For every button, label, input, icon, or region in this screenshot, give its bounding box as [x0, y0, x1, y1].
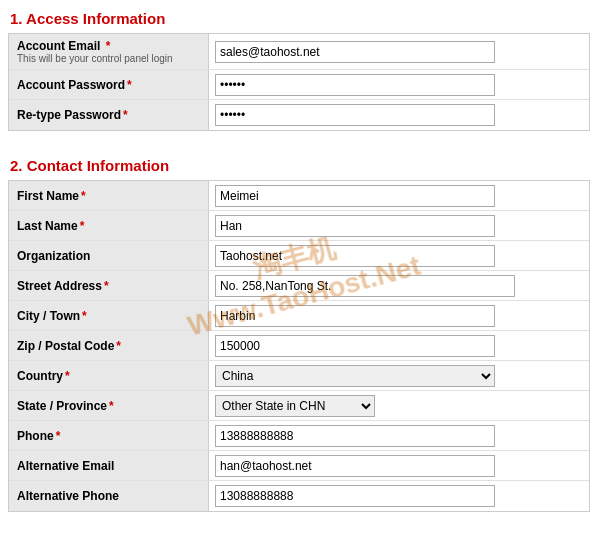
state-label: State / Province * [9, 391, 209, 420]
country-label: Country * [9, 361, 209, 390]
zip-label: Zip / Postal Code * [9, 331, 209, 360]
alt-phone-value [209, 482, 589, 510]
account-password-value [209, 71, 589, 99]
alt-email-input[interactable] [215, 455, 495, 477]
last-name-value [209, 212, 589, 240]
zip-input[interactable] [215, 335, 495, 357]
section2-title: 2. Contact Information [0, 147, 598, 180]
form-row-organization: Organization [9, 241, 589, 271]
form-row-retype-password: Re-type Password * [9, 100, 589, 130]
phone-input[interactable] [215, 425, 495, 447]
city-town-value [209, 302, 589, 330]
organization-input[interactable] [215, 245, 495, 267]
organization-value [209, 242, 589, 270]
first-name-input[interactable] [215, 185, 495, 207]
street-address-input[interactable] [215, 275, 515, 297]
form-row-alt-email: Alternative Email [9, 451, 589, 481]
phone-label: Phone * [9, 421, 209, 450]
account-email-sublabel: This will be your control panel login [17, 53, 173, 64]
account-password-label: Account Password * [9, 70, 209, 99]
form-row-account-email: Account Email * This will be your contro… [9, 34, 589, 70]
form-row-zip: Zip / Postal Code * [9, 331, 589, 361]
state-value: Other State in CHN Beijing Shanghai Guan… [209, 392, 589, 420]
form-row-account-password: Account Password * [9, 70, 589, 100]
form-row-state: State / Province * Other State in CHN Be… [9, 391, 589, 421]
alt-email-label: Alternative Email [9, 451, 209, 480]
retype-password-input[interactable] [215, 104, 495, 126]
city-town-input[interactable] [215, 305, 495, 327]
street-address-value [209, 272, 589, 300]
last-name-input[interactable] [215, 215, 495, 237]
section1-title: 1. Access Information [0, 0, 598, 33]
account-password-input[interactable] [215, 74, 495, 96]
alt-email-value [209, 452, 589, 480]
account-email-label: Account Email * This will be your contro… [9, 34, 209, 69]
alt-phone-label: Alternative Phone [9, 481, 209, 511]
section2-form: First Name * Last Name * Organization St… [8, 180, 590, 512]
country-value: China United States United Kingdom [209, 362, 589, 390]
form-row-alt-phone: Alternative Phone [9, 481, 589, 511]
country-select[interactable]: China United States United Kingdom [215, 365, 495, 387]
first-name-value [209, 182, 589, 210]
account-email-value [209, 38, 589, 66]
phone-value [209, 422, 589, 450]
form-row-first-name: First Name * [9, 181, 589, 211]
form-row-country: Country * China United States United Kin… [9, 361, 589, 391]
retype-password-label: Re-type Password * [9, 100, 209, 130]
alt-phone-input[interactable] [215, 485, 495, 507]
street-address-label: Street Address * [9, 271, 209, 300]
form-row-last-name: Last Name * [9, 211, 589, 241]
state-select[interactable]: Other State in CHN Beijing Shanghai Guan… [215, 395, 375, 417]
form-row-street-address: Street Address * [9, 271, 589, 301]
form-row-phone: Phone * [9, 421, 589, 451]
account-email-input[interactable] [215, 41, 495, 63]
organization-label: Organization [9, 241, 209, 270]
zip-value [209, 332, 589, 360]
retype-password-value [209, 101, 589, 129]
last-name-label: Last Name * [9, 211, 209, 240]
section1-form: Account Email * This will be your contro… [8, 33, 590, 131]
form-row-city-town: City / Town * [9, 301, 589, 331]
city-town-label: City / Town * [9, 301, 209, 330]
first-name-label: First Name * [9, 181, 209, 210]
